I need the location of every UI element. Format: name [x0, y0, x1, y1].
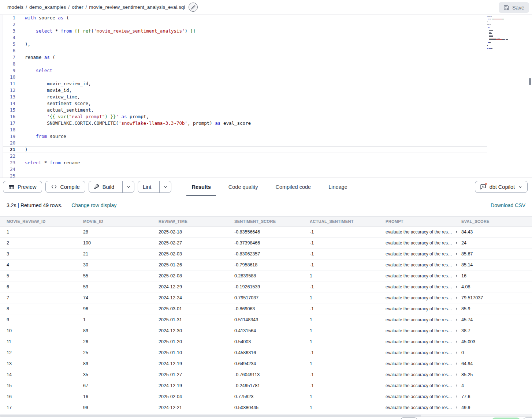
code-line[interactable]	[25, 74, 484, 81]
editor-code[interactable]: with source as ( select * from {{ ref('m…	[25, 15, 484, 179]
editor-minimap[interactable]	[487, 16, 522, 52]
build-dropdown-button[interactable]	[122, 181, 134, 192]
lint-button[interactable]: Lint	[138, 181, 156, 192]
compile-button[interactable]: Compile	[45, 181, 85, 193]
editor-scrollbar[interactable]	[529, 15, 531, 177]
code-line[interactable]: actual_sentiment,	[25, 107, 484, 113]
table-row[interactable]: 11262025-01-200.540031evaluate the accur…	[0, 336, 532, 347]
expand-prompt-icon[interactable]	[455, 318, 458, 321]
table-cell: 0.51148343	[234, 317, 310, 322]
expand-prompt-icon[interactable]	[455, 241, 458, 244]
table-cell: -0.869063	[234, 306, 310, 311]
code-line[interactable]: select * from rename	[25, 160, 484, 166]
expand-prompt-icon[interactable]	[455, 252, 458, 255]
table-row[interactable]: 21002025-02-27-0.37398466-1evaluate the …	[0, 237, 532, 248]
breadcrumb-segment[interactable]: models	[7, 4, 23, 10]
table-row[interactable]: 13892024-12-190.64942341evaluate the acc…	[0, 358, 532, 369]
table-cell: -0.24951781	[234, 383, 310, 388]
code-line[interactable]	[25, 173, 484, 179]
code-line[interactable]	[25, 21, 484, 28]
tab-compiled-code[interactable]: Compiled code	[267, 178, 320, 196]
download-csv-link[interactable]: Download CSV	[491, 202, 525, 208]
expand-prompt-icon[interactable]	[455, 395, 458, 398]
copilot-file-icon[interactable]	[189, 3, 198, 12]
wrench-icon	[94, 184, 99, 190]
code-line[interactable]: review_time,	[25, 94, 484, 100]
table-row[interactable]: 7742024-12-240.795170371evaluate the acc…	[0, 292, 532, 303]
expand-prompt-icon[interactable]	[455, 329, 458, 332]
scrollbar-thumb[interactable]	[529, 78, 531, 85]
expand-prompt-icon[interactable]	[455, 307, 458, 310]
table-row[interactable]: 17992024-12-210.503804451evaluate the ac…	[0, 402, 532, 413]
expand-prompt-icon[interactable]	[455, 384, 458, 387]
partial-outline-button[interactable]	[522, 418, 532, 419]
code-line[interactable]	[25, 34, 484, 41]
code-line[interactable]: select	[25, 67, 484, 74]
code-line[interactable]: from source	[25, 133, 484, 140]
expand-prompt-icon[interactable]	[455, 230, 458, 233]
breadcrumb-segment[interactable]: movie_review_sentiment_analysis_eval.sql	[89, 4, 185, 10]
expand-prompt-icon[interactable]	[455, 340, 458, 343]
dbt-copilot-button[interactable]: dbt Copilot	[475, 181, 528, 193]
table-row[interactable]: 6592024-12-29-0.19261539-1evaluate the a…	[0, 281, 532, 292]
code-line[interactable]: )	[25, 146, 484, 153]
table-row[interactable]: 5552025-02-080.28395881evaluate the accu…	[0, 270, 532, 281]
code-editor[interactable]: 1234567891011121314151617181920212223242…	[0, 15, 532, 177]
code-line[interactable]	[25, 153, 484, 160]
code-line[interactable]: SNOWFLAKE.CORTEX.COMPLETE('snowflake-lla…	[25, 120, 484, 127]
code-line[interactable]: with source as (	[25, 15, 484, 21]
column-header[interactable]: SENTIMENT_SCORE	[234, 219, 310, 224]
partial-green-button[interactable]	[491, 418, 521, 419]
column-header[interactable]: REVIEW_TIME	[159, 219, 234, 224]
breadcrumb-segment[interactable]: demo_examples	[29, 4, 66, 10]
expand-prompt-icon[interactable]	[455, 263, 458, 266]
table-row[interactable]: 16162025-02-040.7759231evaluate the accu…	[0, 391, 532, 402]
expand-prompt-icon[interactable]	[455, 373, 458, 376]
expand-prompt-icon[interactable]	[455, 296, 458, 299]
code-line[interactable]: '{{ var("eval_prompt") }}' as prompt,	[25, 113, 484, 120]
table-row[interactable]: 12252025-01-100.4586316-1evaluate the ac…	[0, 347, 532, 358]
expand-prompt-icon[interactable]	[455, 351, 458, 354]
tab-code-quality[interactable]: Code quality	[220, 178, 267, 196]
column-header[interactable]: MOVIE_REVIEW_ID	[7, 219, 83, 224]
column-header[interactable]: ACTUAL_SENTIMENT	[310, 219, 386, 224]
line-number: 23	[3, 160, 15, 166]
horizontal-scrollbar-thumb[interactable]	[0, 415, 421, 417]
code-line[interactable]	[25, 61, 484, 67]
expand-prompt-icon[interactable]	[455, 274, 458, 277]
code-line[interactable]	[25, 140, 484, 146]
code-line[interactable]: ),	[25, 41, 484, 48]
code-line[interactable]	[25, 166, 484, 173]
table-row[interactable]: 4302025-01-26-0.7958618-1evaluate the ac…	[0, 259, 532, 270]
save-button[interactable]: Save	[499, 2, 529, 13]
lint-dropdown-button[interactable]	[159, 181, 171, 192]
table-row[interactable]: 3212025-02-03-0.83062357-1evaluate the a…	[0, 248, 532, 259]
table-row[interactable]: 912025-01-310.511483431evaluate the accu…	[0, 314, 532, 325]
horizontal-scrollbar[interactable]	[0, 414, 532, 417]
change-row-display-link[interactable]: Change row display	[71, 202, 116, 208]
code-line[interactable]: select * from {{ ref('movie_review_senti…	[25, 28, 484, 34]
column-header[interactable]: MOVIE_ID	[83, 219, 159, 224]
expand-prompt-icon[interactable]	[455, 406, 458, 409]
partial-button[interactable]	[400, 418, 417, 419]
code-line[interactable]: movie_review_id,	[25, 81, 484, 87]
tab-lineage[interactable]: Lineage	[320, 178, 356, 196]
table-row[interactable]: 10892024-12-300.41315641evaluate the acc…	[0, 325, 532, 336]
table-row[interactable]: 15672024-12-19-0.24951781-1evaluate the …	[0, 380, 532, 391]
code-line[interactable]	[25, 48, 484, 54]
column-header[interactable]: PROMPT	[386, 219, 461, 224]
column-header[interactable]: EVAL_SCORE	[461, 219, 532, 224]
table-row[interactable]: 8962025-03-01-0.869063-1evaluate the acc…	[0, 303, 532, 314]
table-row[interactable]: 1282025-02-18-0.83556646-1evaluate the a…	[0, 227, 532, 237]
build-button[interactable]: Build	[89, 181, 119, 192]
code-line[interactable]: movie_id,	[25, 87, 484, 94]
expand-prompt-icon[interactable]	[455, 285, 458, 288]
table-row[interactable]: 14352025-01-27-0.76049113-1evaluate the …	[0, 369, 532, 380]
code-line[interactable]: rename as (	[25, 54, 484, 61]
code-line[interactable]: sentiment_score,	[25, 100, 484, 107]
expand-prompt-icon[interactable]	[455, 362, 458, 365]
preview-button[interactable]: Preview	[3, 181, 42, 193]
tab-results[interactable]: Results	[183, 178, 219, 196]
code-line[interactable]	[25, 127, 484, 133]
breadcrumb-segment[interactable]: other	[72, 4, 83, 10]
